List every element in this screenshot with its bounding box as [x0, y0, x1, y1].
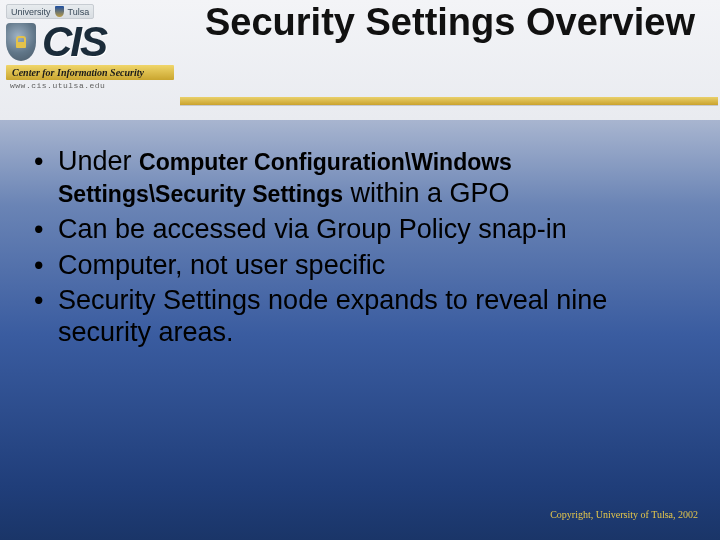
bullet-text-suffix: within a GPO [343, 178, 510, 208]
bullet-text-prefix: Under [58, 146, 139, 176]
copyright-footer: Copyright, University of Tulsa, 2002 [550, 509, 698, 520]
slide-title: Security Settings Overview [200, 2, 700, 43]
bullet-item: Security Settings node expands to reveal… [32, 285, 692, 349]
bullet-text: Security Settings node expands to reveal… [58, 285, 607, 347]
divider-rule [180, 97, 718, 105]
university-badge: University Tulsa [6, 4, 94, 19]
bullet-text: Can be accessed via Group Policy snap-in [58, 214, 567, 244]
logo-area: University Tulsa CIS Center for Informat… [6, 4, 180, 90]
cis-logo: CIS [6, 21, 180, 63]
cis-badge-icon [6, 23, 36, 61]
cis-logo-text: CIS [42, 21, 106, 63]
lock-icon [16, 36, 26, 48]
university-label-left: University [11, 7, 51, 17]
shield-icon [55, 6, 64, 17]
bullet-item: Can be accessed via Group Policy snap-in [32, 214, 692, 246]
cis-subtitle: Center for Information Security [6, 65, 174, 80]
slide-header: University Tulsa CIS Center for Informat… [0, 0, 720, 120]
bullet-list: Under Computer Configuration\Windows Set… [32, 146, 692, 349]
cis-url: www.cis.utulsa.edu [6, 81, 180, 90]
university-label-right: Tulsa [68, 7, 90, 17]
bullet-item: Computer, not user specific [32, 250, 692, 282]
bullet-text: Computer, not user specific [58, 250, 385, 280]
bullet-item: Under Computer Configuration\Windows Set… [32, 146, 692, 210]
slide-body: Under Computer Configuration\Windows Set… [32, 146, 692, 353]
